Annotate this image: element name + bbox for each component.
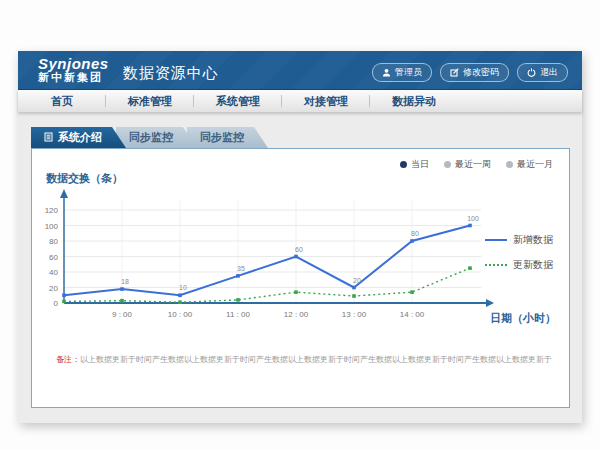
svg-text:80: 80	[411, 230, 419, 237]
range-option-label: 最近一月	[517, 158, 553, 171]
range-option-label: 当日	[411, 158, 429, 171]
nav-item-home[interactable]: 首页	[18, 94, 106, 109]
content-area: 系统介绍 同步监控 同步监控 当日 最近一周	[18, 112, 582, 423]
svg-text:18: 18	[121, 278, 129, 285]
dotted-line-icon	[485, 264, 507, 266]
svg-text:0: 0	[54, 299, 59, 308]
user-icon	[382, 68, 391, 77]
change-password-label: 修改密码	[463, 66, 499, 79]
admin-user-label: 管理员	[395, 66, 422, 79]
legend-item-updated-data[interactable]: 更新数据	[485, 258, 553, 272]
svg-text:14 : 00: 14 : 00	[400, 310, 425, 319]
svg-text:11 : 00: 11 : 00	[226, 310, 250, 319]
header-actions: 管理员 修改密码 退出	[372, 59, 568, 82]
solid-line-icon	[485, 239, 507, 241]
svg-text:20: 20	[353, 277, 361, 284]
desktop-background: Synjones 新中新集团 数据资源中心 管理员 修改密码	[0, 0, 600, 450]
nav-item-system-mgmt[interactable]: 系统管理	[194, 94, 282, 109]
nav-item-standard-mgmt[interactable]: 标准管理	[106, 94, 194, 109]
range-option-today[interactable]: 当日	[400, 158, 429, 171]
logout-label: 退出	[540, 66, 558, 79]
edit-icon	[450, 68, 459, 77]
svg-text:9 : 00: 9 : 00	[112, 310, 133, 319]
footnote: 备注：以上数据更新于时间产生数据以上数据更新于时间产生数据以上数据更新于时间产生…	[56, 354, 559, 365]
svg-text:12 : 00: 12 : 00	[284, 310, 309, 319]
app-header: Synjones 新中新集团 数据资源中心 管理员 修改密码	[18, 51, 582, 90]
nav-item-interface-mgmt[interactable]: 对接管理	[282, 94, 370, 109]
radio-icon	[506, 161, 513, 168]
tab-label: 同步监控	[129, 130, 173, 145]
svg-text:120: 120	[45, 206, 59, 215]
svg-text:10: 10	[179, 284, 187, 291]
document-icon	[44, 132, 53, 144]
range-option-last-week[interactable]: 最近一周	[444, 158, 491, 171]
svg-text:35: 35	[237, 265, 245, 272]
app-window: Synjones 新中新集团 数据资源中心 管理员 修改密码	[18, 51, 582, 423]
tab-system-intro[interactable]: 系统介绍	[31, 127, 126, 148]
svg-text:13 : 00: 13 : 00	[342, 310, 367, 319]
legend-label: 新增数据	[513, 233, 553, 247]
svg-text:10 : 00: 10 : 00	[168, 310, 193, 319]
y-axis-title: 数据交换（条）	[46, 171, 123, 186]
svg-text:40: 40	[49, 268, 58, 277]
main-nav: 首页 标准管理 系统管理 对接管理 数据异动	[18, 90, 582, 112]
company-logo: Synjones 新中新集团	[38, 56, 109, 83]
admin-user-button[interactable]: 管理员	[372, 63, 432, 82]
footnote-text: 以上数据更新于时间产生数据以上数据更新于时间产生数据以上数据更新于时间产生数据以…	[80, 355, 552, 364]
radio-selected-icon	[400, 161, 407, 168]
svg-text:100: 100	[45, 222, 59, 231]
tab-label: 系统介绍	[58, 130, 102, 145]
range-option-last-month[interactable]: 最近一月	[506, 158, 553, 171]
exchange-line-chart: 0204060801001209 : 0010 : 0011 : 0012 : …	[37, 187, 557, 329]
tab-sync-monitor-1[interactable]: 同步监控	[116, 127, 197, 148]
logout-icon	[527, 68, 536, 77]
radio-icon	[444, 161, 451, 168]
x-axis-title: 日期（小时）	[490, 311, 556, 326]
svg-text:20: 20	[49, 284, 58, 293]
chart-panel: 当日 最近一周 最近一月 数据交换（条） 0204060801001209 : …	[31, 148, 570, 408]
time-range-filter: 当日 最近一周 最近一月	[400, 158, 553, 171]
legend-label: 更新数据	[513, 258, 553, 272]
svg-text:60: 60	[49, 253, 58, 262]
page-title: 数据资源中心	[123, 58, 219, 83]
tab-sync-monitor-2[interactable]: 同步监控	[187, 127, 268, 148]
legend-item-new-data[interactable]: 新增数据	[485, 233, 553, 247]
svg-text:80: 80	[49, 237, 58, 246]
nav-item-data-changes[interactable]: 数据异动	[370, 94, 458, 109]
change-password-button[interactable]: 修改密码	[440, 63, 509, 82]
logout-button[interactable]: 退出	[517, 63, 568, 82]
tab-label: 同步监控	[200, 130, 244, 145]
svg-text:100: 100	[467, 215, 479, 222]
svg-text:60: 60	[295, 246, 303, 253]
range-option-label: 最近一周	[455, 158, 491, 171]
logo-primary-text: Synjones	[38, 56, 109, 72]
series-legend: 新增数据 更新数据	[485, 233, 553, 272]
footnote-prefix: 备注：	[56, 355, 80, 364]
logo-secondary-text: 新中新集团	[38, 72, 109, 84]
tab-strip: 系统介绍 同步监控 同步监控	[31, 127, 268, 148]
